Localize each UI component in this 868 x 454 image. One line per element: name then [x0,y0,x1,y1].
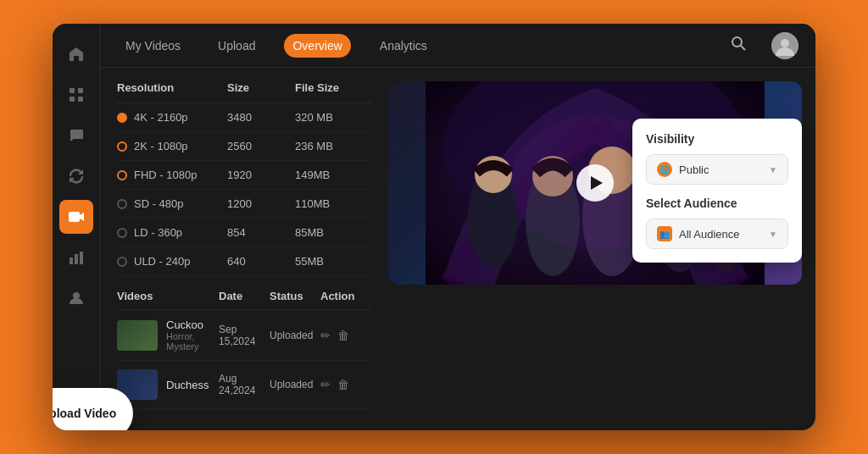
svg-rect-7 [80,252,83,264]
video-actions-duchess: ✏ 🗑 [320,378,371,391]
nav-analytics[interactable]: Analytics [371,34,436,58]
res-dot-4k [117,113,127,123]
svg-rect-3 [78,97,83,102]
svg-rect-6 [75,254,78,264]
res-row-4k[interactable]: 4K - 2160p 3480 320 MB [117,103,371,132]
svg-rect-5 [70,257,73,264]
videos-col-title: Videos [117,290,219,302]
sidebar-icon-user[interactable] [59,281,93,315]
visibility-title: Visibility [646,132,788,146]
video-thumb-cuckoo [117,320,158,351]
col-resolution: Resolution [117,81,227,94]
sidebar-icon-video[interactable] [59,200,93,234]
header: My Videos Upload Overview Analytics [100,24,815,68]
res-filesize-ld: 85MB [295,226,371,239]
video-actions-cuckoo: ✏ 🗑 [320,329,371,342]
videos-col-status: Status [270,290,320,302]
res-label-sd: SD - 480p [134,197,184,210]
app-window: My Videos Upload Overview Analytics Reso… [53,24,815,430]
res-row-fhd[interactable]: FHD - 1080p 1920 149MB [117,161,371,190]
audience-chevron: ▼ [769,230,777,239]
svg-line-10 [741,46,745,50]
content-area: Resolution Size File Size 4K - 2160p 348… [100,68,815,430]
delete-icon-cuckoo[interactable]: 🗑 [337,329,349,342]
res-filesize-4k: 320 MB [295,111,371,124]
res-label-ld: LD - 360p [134,226,182,239]
video-title-cuckoo: Cuckoo [166,318,219,331]
videos-header: Videos Date Status Action [117,290,371,310]
delete-icon-duchess[interactable]: 🗑 [337,378,349,391]
nav-overview[interactable]: Overview [284,34,350,58]
right-panel: Visibility 🌐 Public ▼ Select Audience 👥 … [388,68,815,430]
videos-section: Videos Date Status Action Cuckoo [117,290,371,409]
res-size-2k: 2560 [227,140,295,152]
video-date-cuckoo: Sep 15,2024 [219,324,270,347]
res-row-uld[interactable]: ULD - 240p 640 55MB [117,247,371,276]
audience-icon: 👥 [657,226,672,241]
svg-point-8 [73,292,80,299]
play-button[interactable] [576,164,614,202]
res-dot-ld [117,228,127,238]
upload-video-button[interactable]: Upload Video [53,388,133,430]
nav-upload[interactable]: Upload [209,34,264,58]
upload-label: Upload Video [53,407,116,420]
res-filesize-sd: 110MB [295,197,371,210]
res-filesize-2k: 236 MB [295,140,371,152]
res-size-4k: 3480 [227,111,295,124]
svg-rect-4 [69,212,80,222]
res-size-ld: 854 [227,226,295,239]
video-title-duchess: Duchess [166,379,209,391]
videos-col-date: Date [219,290,270,302]
audience-value: All Audience [679,228,740,241]
res-label-4k: 4K - 2160p [134,111,188,124]
res-filesize-uld: 55MB [295,255,371,268]
visibility-chevron: ▼ [769,165,777,174]
res-row-2k[interactable]: 2K - 1080p 2560 236 MB [117,132,371,161]
sidebar-icon-chart[interactable] [59,241,93,274]
edit-icon-cuckoo[interactable]: ✏ [320,329,331,342]
res-label-fhd: FHD - 1080p [134,169,197,181]
col-size: Size [227,81,295,94]
audience-dropdown[interactable]: 👥 All Audience ▼ [646,219,788,249]
search-icon[interactable] [726,30,751,60]
video-row-duchess[interactable]: Duchess Aug 24,2024 Uploaded ✏ 🗑 [117,361,371,409]
resolution-table: Resolution Size File Size 4K - 2160p 348… [117,81,371,276]
public-icon: 🌐 [657,162,672,177]
visibility-dropdown[interactable]: 🌐 Public ▼ [646,154,788,185]
res-dot-2k [117,141,127,152]
visibility-card: Visibility 🌐 Public ▼ Select Audience 👥 … [632,119,802,263]
visibility-value: Public [679,163,709,176]
svg-rect-0 [70,88,75,93]
video-genre-cuckoo: Horror, Mystery [166,331,219,352]
svg-point-12 [781,39,789,47]
video-row-cuckoo[interactable]: Cuckoo Horror, Mystery Sep 15,2024 Uploa… [117,310,371,361]
nav-my-videos[interactable]: My Videos [117,34,189,58]
sidebar-icon-chat[interactable] [59,119,93,152]
audience-title: Select Audience [646,197,788,210]
video-status-cuckoo: Uploaded [270,329,320,341]
sidebar [53,24,100,430]
res-label-uld: ULD - 240p [134,255,190,268]
sidebar-icon-grid[interactable] [59,78,93,112]
sidebar-icon-sync[interactable] [59,159,93,193]
res-dot-fhd [117,170,127,180]
table-header: Resolution Size File Size [117,81,371,103]
res-dot-sd [117,199,127,209]
video-status-duchess: Uploaded [270,379,320,390]
sidebar-icon-home[interactable] [59,37,93,71]
main-content: My Videos Upload Overview Analytics Reso… [100,24,815,430]
avatar[interactable] [771,32,798,59]
res-row-ld[interactable]: LD - 360p 854 85MB [117,219,371,247]
res-label-2k: 2K - 1080p [134,140,188,152]
edit-icon-duchess[interactable]: ✏ [320,378,331,391]
res-dot-uld [117,257,127,267]
res-size-sd: 1200 [227,197,295,210]
videos-col-action: Action [320,290,371,302]
res-size-fhd: 1920 [227,169,295,181]
svg-point-9 [732,37,742,47]
svg-rect-1 [78,88,83,93]
col-filesize: File Size [295,81,371,94]
left-panel: Resolution Size File Size 4K - 2160p 348… [100,68,388,430]
res-row-sd[interactable]: SD - 480p 1200 110MB [117,190,371,219]
svg-rect-2 [70,97,75,102]
